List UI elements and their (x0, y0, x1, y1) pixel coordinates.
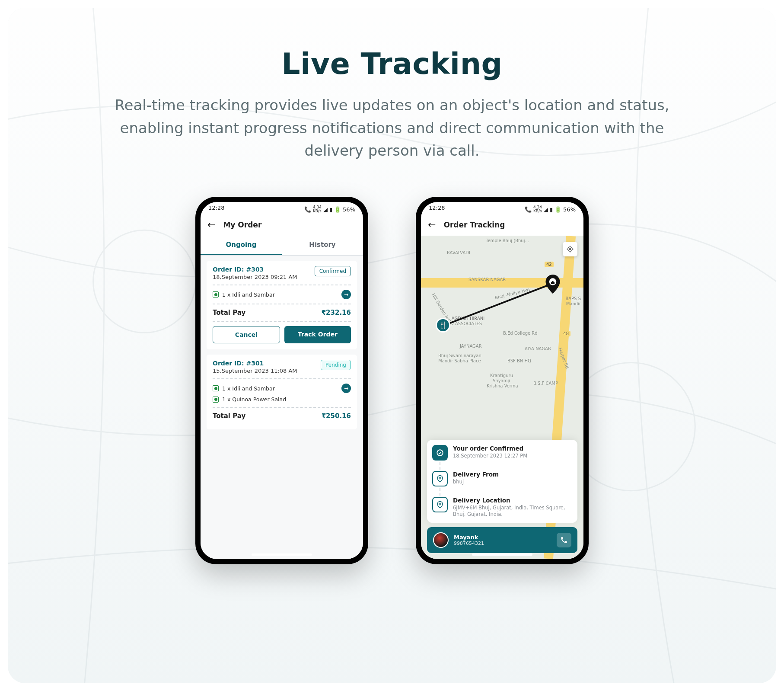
driver-name: Mayank (454, 534, 484, 541)
check-icon (432, 445, 448, 461)
map-view[interactable]: Temple Bhuj (Bhuj... RAVALVADI SANSKAR N… (421, 236, 583, 559)
order-item: 1 x Idli and Sambar → (213, 384, 351, 393)
wifi-icon: ◢ (544, 206, 548, 213)
phone-mockup-tracking: 12:28 📞 4.34KB/s ◢ ▮ 🔋 56% ← Order Track… (416, 197, 589, 564)
tab-ongoing[interactable]: Ongoing (201, 236, 282, 255)
tab-history[interactable]: History (282, 236, 363, 255)
back-arrow-icon[interactable]: ← (207, 220, 215, 230)
step-title: Delivery From (453, 471, 499, 478)
screen-title: Order Tracking (443, 221, 505, 229)
total-label: Total Pay (213, 309, 245, 317)
status-bar: 12:28 📞 4.34KB/s ◢ ▮ 🔋 56% (201, 202, 363, 214)
svg-point-7 (439, 477, 441, 479)
order-id: Order ID: #301 (213, 360, 297, 367)
battery-icon: 🔋 (334, 206, 341, 213)
tracking-status-card: Your order Confirmed 18,September 2023 1… (427, 440, 577, 523)
driver-phone: 9987654321 (454, 541, 484, 546)
recenter-button[interactable] (563, 242, 577, 256)
wifi-icon: ◢ (323, 206, 328, 213)
item-details-button[interactable]: → (341, 290, 351, 299)
track-order-button[interactable]: Track Order (284, 326, 351, 343)
restaurant-pin-icon[interactable]: 🍴 (436, 318, 450, 333)
status-time: 12:28 (429, 205, 445, 214)
volte-icon: 📞 (304, 206, 311, 213)
tracking-step: Your order Confirmed 18,September 2023 1… (432, 445, 572, 461)
order-date: 15,September 2023 11:08 AM (213, 368, 297, 374)
battery-icon: 🔋 (555, 206, 561, 213)
driver-bar: Mayank 9987654321 (427, 527, 577, 553)
phone-mockup-orders: 12:28 📞 4.34KB/s ◢ ▮ 🔋 56% ← My Order On… (195, 197, 368, 564)
avatar (433, 532, 449, 548)
battery-pct: 56% (343, 206, 355, 213)
back-arrow-icon[interactable]: ← (428, 220, 436, 230)
order-id: Order ID: #303 (213, 266, 297, 273)
tracking-step: Delivery Location 6JMV+6M Bhuj, Gujarat,… (432, 497, 572, 518)
page-title: Live Tracking (8, 47, 776, 81)
battery-pct: 56% (563, 206, 576, 213)
step-title: Your order Confirmed (453, 445, 527, 452)
svg-point-5 (570, 249, 571, 250)
pin-icon (432, 471, 448, 486)
order-item: 1 x Idli and Sambar → (213, 290, 351, 299)
veg-icon (213, 291, 219, 298)
total-amount: ₹250.16 (322, 412, 351, 420)
veg-icon (213, 397, 219, 403)
total-label: Total Pay (213, 412, 245, 420)
home-pin-icon[interactable] (545, 275, 560, 289)
screen-title: My Order (223, 221, 261, 229)
total-amount: ₹232.16 (322, 309, 351, 317)
page-subtitle: Real-time tracking provides live updates… (94, 94, 690, 162)
order-date: 18,September 2023 09:21 AM (213, 274, 297, 280)
signal-icon: ▮ (550, 206, 553, 213)
step-subtitle: 6JMV+6M Bhuj, Gujarat, India, Times Squa… (453, 505, 572, 518)
veg-icon (213, 385, 219, 391)
svg-line-2 (443, 283, 553, 326)
status-badge: Pending (321, 360, 351, 370)
volte-icon: 📞 (525, 206, 532, 213)
status-bar: 12:28 📞 4.34KB/s ◢ ▮ 🔋 56% (421, 202, 583, 214)
step-subtitle: 18,September 2023 12:27 PM (453, 453, 527, 459)
svg-point-8 (439, 503, 441, 505)
order-item: 1 x Quinoa Power Salad (213, 396, 351, 403)
pin-icon (432, 497, 448, 512)
order-card: Order ID: #303 18,September 2023 09:21 A… (207, 261, 357, 349)
cancel-button[interactable]: Cancel (213, 326, 280, 343)
status-badge: Confirmed (315, 266, 351, 276)
tracking-step: Delivery From bhuj (432, 471, 572, 486)
signal-icon: ▮ (329, 206, 332, 213)
order-card: Order ID: #301 15,September 2023 11:08 A… (207, 355, 357, 429)
step-title: Delivery Location (453, 497, 572, 504)
call-button[interactable] (557, 533, 571, 547)
status-time: 12:28 (208, 205, 224, 214)
step-subtitle: bhuj (453, 479, 499, 485)
item-details-button[interactable]: → (341, 384, 351, 393)
